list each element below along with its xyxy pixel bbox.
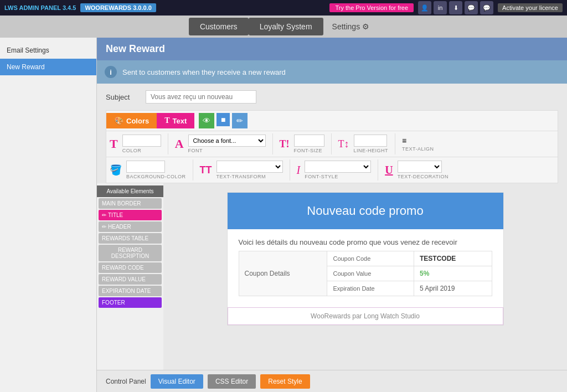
info-icon: i [105,66,117,78]
element-main-border[interactable]: MAIN BORDER [99,198,162,209]
color-label: COLOR [122,148,142,153]
top-bar-icons: 👤 in ⬇ 💬 💬 [418,1,493,14]
expiration-date-label: Expiration Date [327,281,414,296]
line-height-group: LINE-HEIGHT [354,135,389,153]
tab-settings-label: Settings ⚙ [332,22,369,31]
main-layout: Email Settings New Reward New Reward i S… [0,38,567,392]
plugin-label: WOOREWARDS 3.0.0.0 [80,3,156,12]
text-transform-group: TEXT-TRANSFORM [217,161,283,179]
controls-row-1: T COLOR A Choose a font... FONT T! [106,131,558,157]
discord-icon[interactable]: 💬 [465,1,478,14]
support-icon[interactable]: 💬 [480,1,493,14]
pencil-icon[interactable]: ✏ [232,113,248,128]
elements-panel: Available Elements MAIN BORDER ✏ TITLE ✏… [97,183,163,370]
element-footer[interactable]: FOOTER [99,297,162,308]
title-pencil-icon: ✏ [102,212,106,218]
elements-title: Available Elements [97,185,163,197]
font-style-group: FONT-STYLE [305,161,371,179]
a-icon: A [175,137,184,151]
line-height-input[interactable] [354,135,387,147]
text-decoration-group: TEXT-DECORATION [398,161,449,179]
text-transform-select[interactable] [217,161,283,173]
visual-editor-button[interactable]: Visual Editor [151,374,203,389]
text-align-label: TEXT-ALIGN [402,146,434,152]
download-icon[interactable]: ⬇ [449,1,462,14]
tab-customers[interactable]: Customers [189,18,249,35]
font-size-input[interactable] [294,135,324,147]
header-pencil-icon: ✏ [102,224,106,230]
eye-icon[interactable]: 👁 [199,113,214,128]
reset-style-button[interactable]: Reset Style [260,374,310,389]
sidebar-item-new-reward[interactable]: New Reward [0,59,96,75]
text-align-icon: ≡ [402,136,406,145]
sidebar-item-email-settings[interactable]: Email Settings [0,42,96,59]
activate-licence-button[interactable]: Activate your licence [498,3,563,12]
font-select[interactable]: Choose a font... [188,135,266,147]
css-editor-button[interactable]: CSS Editor [208,374,256,389]
colors-tab-label: Colors [126,117,149,125]
content-wrapper: Available Elements MAIN BORDER ✏ TITLE ✏… [97,183,567,370]
tt-icon: TT [200,164,212,176]
element-title[interactable]: ✏ TITLE [99,210,162,220]
content-area: New Reward i Sent to customers when they… [97,38,567,392]
email-table: Coupon Details Coupon Code TESTCODE Coup… [239,251,492,296]
text-align-group: ≡ TEXT-ALIGN [402,136,434,152]
preview-area: Nouveau code promo Voici les détails du … [163,183,567,370]
expiration-date-value: 5 April 2019 [414,281,492,296]
toolbar-extra-icons: 👁 ■ ✏ [194,111,252,131]
text-transform-label: TEXT-TRANSFORM [217,174,266,179]
coupon-details-label: Coupon Details [239,251,327,296]
pro-version-button[interactable]: Try the Pro Version for free [329,3,414,12]
text-decoration-label: TEXT-DECORATION [398,174,449,179]
table-row: Coupon Details Coupon Code TESTCODE [239,251,492,266]
nav-tabs: Customers Loyalty System Settings ⚙ [0,16,567,38]
font-group: Choose a font... FONT [188,135,266,153]
text-decoration-select[interactable] [398,161,442,173]
editor-toolbar: 🎨 Colors T Text 👁 ■ ✏ T [106,110,558,183]
font-label: FONT [188,148,203,153]
element-rewards-table[interactable]: REWARDS TABLE [99,233,162,244]
tab-colors[interactable]: 🎨 Colors [106,113,157,128]
element-header[interactable]: ✏ HEADER [99,221,162,232]
font-size-group: FONT-SIZE [294,135,324,153]
text-icon: T [164,116,169,125]
font-style-select[interactable] [305,161,371,173]
bg-color-group: BACKGROUND-COLOR [126,161,186,179]
tab-settings[interactable]: Settings ⚙ [323,18,378,35]
coupon-value-value: 5% [414,266,492,281]
bg-color-input[interactable] [126,161,165,173]
page-header: New Reward [97,38,567,60]
top-bar: LWS ADMIN PANEL 3.4.5 WOOREWARDS 3.0.0.0… [0,0,567,16]
tab-loyalty-system[interactable]: Loyalty System [249,18,323,35]
element-expiration-date[interactable]: EXPIRATION DATE [99,286,162,296]
user-icon[interactable]: 👤 [418,1,431,14]
element-reward-code[interactable]: REWARD CODE [99,262,162,273]
info-text: Sent to customers when they receive a ne… [122,68,286,76]
line-height-icon: T↕ [338,138,349,150]
paintbucket-icon: 🪣 [110,164,122,176]
bottom-bar: Control Panel Visual Editor CSS Editor R… [97,370,567,392]
text-tab-label: Text [173,117,187,125]
tab-text[interactable]: T Text [157,113,194,128]
linkedin-icon[interactable]: in [434,1,447,14]
subject-label: Subject [106,93,139,101]
coupon-code-label: Coupon Code [327,251,414,266]
element-reward-value[interactable]: REWARD VALUE [99,274,162,285]
email-preview: Nouveau code promo Voici les détails du … [227,192,504,326]
font-style-label: FONT-STYLE [305,174,338,179]
subject-input[interactable] [146,90,256,104]
sidebar: Email Settings New Reward [0,38,97,392]
email-footer: WooRewards par Long Watch Studio [228,307,503,325]
toolbar-tabs: 🎨 Colors T Text 👁 ■ ✏ [106,111,558,131]
bg-color-label: BACKGROUND-COLOR [126,174,186,179]
coupon-code-value: TESTCODE [414,251,492,266]
font-size-label: FONT-SIZE [294,148,323,153]
line-height-label: LINE-HEIGHT [354,148,389,153]
element-reward-description[interactable]: REWARD DESCRIPTION [99,245,162,261]
square-icon[interactable]: ■ [217,113,230,126]
brand-admin: ADMIN PANEL 3.4.5 [19,4,76,11]
color-input[interactable] [122,135,161,147]
email-body-text: Voici les détails du nouveau code promo … [239,238,492,246]
underline-icon: U [385,164,393,177]
info-bar: i Sent to customers when they receive a … [97,60,567,84]
